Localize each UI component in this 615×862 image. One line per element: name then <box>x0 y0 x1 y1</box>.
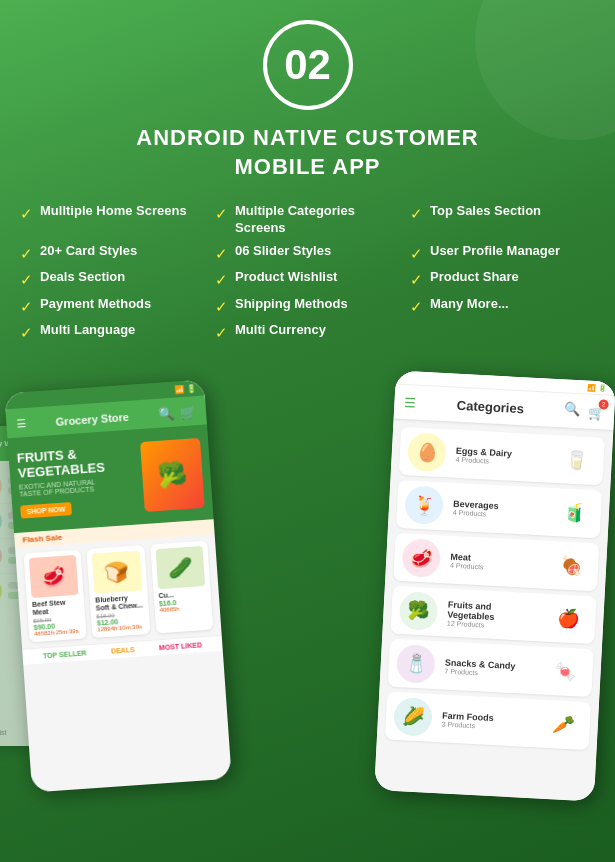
check-icon-5: ✓ <box>410 244 423 264</box>
category-img-5: 🌽 <box>393 697 433 737</box>
category-img-right-3: 🍎 <box>549 599 589 639</box>
category-item-1[interactable]: 🍹 Beverages 4 Products 🧃 <box>396 480 602 539</box>
feature-text-8: Product Share <box>430 269 519 286</box>
category-list: 🥚 Eggs & Dairy 4 Products 🥛 🍹 Beverages … <box>376 418 613 758</box>
category-count-2: 4 Products <box>450 561 484 570</box>
category-item-5[interactable]: 🌽 Farm Foods 3 Products 🥕 <box>385 691 591 750</box>
feature-deals: ✓ Deals Section <box>20 269 205 290</box>
feature-language: ✓ Multi Language <box>20 322 205 343</box>
categories-title: Categories <box>456 397 524 415</box>
check-icon-7: ✓ <box>215 270 228 290</box>
banner-title: FRUITS &VEGETABLES <box>16 443 142 480</box>
phones-section: ☰ My Wishlist + + <box>0 366 615 796</box>
wishlist-bottom-label: Wish List <box>0 729 6 736</box>
shop-now-btn[interactable]: SHOP NOW <box>20 502 72 519</box>
check-icon-0: ✓ <box>20 204 33 224</box>
category-img-2: 🥩 <box>401 538 441 578</box>
feature-text-12: Multi Language <box>40 322 135 339</box>
phone-right: 📶 🔋 ☰ Categories 🔍 🛒 2 🥚 <box>374 370 615 801</box>
products-row: 🥩 Beef Stew Meat $95.00 $90.00 48582h:25… <box>15 534 222 648</box>
product-card-1[interactable]: 🍞 Blueberry Soft & Chew... $18.00 $12.00… <box>87 545 150 638</box>
category-img-0: 🥚 <box>407 432 447 472</box>
cart-icon[interactable]: 🛒 <box>180 404 197 420</box>
feature-shipping: ✓ Shipping Methods <box>215 296 400 317</box>
check-icon-11: ✓ <box>410 297 423 317</box>
check-icon-3: ✓ <box>20 244 33 264</box>
deals-label: DEALS <box>111 646 135 655</box>
feature-text-1: Multiple Categories Screens <box>235 203 400 237</box>
title-line1: ANDROID NATIVE CUSTOMER <box>136 125 478 150</box>
feature-top-sales: ✓ Top Sales Section <box>410 203 595 237</box>
feature-multiple-home: ✓ Mulltiple Home Screens <box>20 203 205 237</box>
check-icon-13: ✓ <box>215 323 228 343</box>
check-icon-1: ✓ <box>215 204 228 224</box>
feature-wishlist: ✓ Product Wishlist <box>215 269 400 290</box>
feature-text-9: Payment Methods <box>40 296 151 313</box>
category-img-right-0: 🥛 <box>557 440 597 480</box>
banner-image: 🥦 <box>140 437 205 511</box>
category-img-4: 🧂 <box>396 644 436 684</box>
feature-text-2: Top Sales Section <box>430 203 541 220</box>
main-title: ANDROID NATIVE CUSTOMER MOBILE APP <box>136 124 478 181</box>
category-item-2[interactable]: 🥩 Meat 4 Products 🍖 <box>393 533 599 592</box>
search-icon[interactable]: 🔍 <box>158 406 175 422</box>
feature-text-3: 20+ Card Styles <box>40 243 137 260</box>
version-number: 02 <box>284 41 331 89</box>
feature-multiple-categories: ✓ Multiple Categories Screens <box>215 203 400 237</box>
search-icon-right[interactable]: 🔍 <box>564 401 581 420</box>
check-icon-6: ✓ <box>20 270 33 290</box>
category-img-1: 🍹 <box>404 485 444 525</box>
version-badge: 02 <box>263 20 353 110</box>
feature-product-share: ✓ Product Share <box>410 269 595 290</box>
feature-many-more: ✓ Many More... <box>410 296 595 317</box>
feature-text-5: User Profile Manager <box>430 243 560 260</box>
category-item-4[interactable]: 🧂 Snacks & Candy 7 Products 🍬 <box>388 639 594 698</box>
feature-currency: ✓ Multi Currency <box>215 322 400 343</box>
store-name: Grocery Store <box>55 410 129 427</box>
category-item-3[interactable]: 🥦 Fruits and Vegetables 12 Products 🍎 <box>390 586 596 645</box>
feature-text-0: Mulltiple Home Screens <box>40 203 187 220</box>
product-card-0[interactable]: 🥩 Beef Stew Meat $95.00 $90.00 48582h:25… <box>24 549 87 642</box>
title-line2: MOBILE APP <box>234 154 380 179</box>
check-icon-4: ✓ <box>215 244 228 264</box>
feature-text-4: 06 Slider Styles <box>235 243 331 260</box>
product-name-1: Blueberry Soft & Chew... <box>95 593 143 613</box>
category-item-0[interactable]: 🥚 Eggs & Dairy 4 Products 🥛 <box>399 427 605 486</box>
product-card-2[interactable]: 🥒 Cu... $16.0 40885h <box>150 541 213 634</box>
feature-text-13: Multi Currency <box>235 322 326 339</box>
category-img-right-1: 🧃 <box>554 493 594 533</box>
check-icon-12: ✓ <box>20 323 33 343</box>
category-img-right-5: 🥕 <box>543 705 583 745</box>
check-icon-2: ✓ <box>410 204 423 224</box>
check-icon-10: ✓ <box>215 297 228 317</box>
top-seller-label: TOP SELLER <box>43 649 87 659</box>
feature-user-profile: ✓ User Profile Manager <box>410 243 595 264</box>
feature-card-styles: ✓ 20+ Card Styles <box>20 243 205 264</box>
phone-left: 📶 🔋 ☰ Grocery Store 🔍 🛒 FRUITS &VEGETABL… <box>4 379 231 792</box>
feature-payment: ✓ Payment Methods <box>20 296 205 317</box>
features-grid: ✓ Mulltiple Home Screens ✓ Multiple Cate… <box>0 203 615 343</box>
feature-text-7: Product Wishlist <box>235 269 337 286</box>
check-icon-8: ✓ <box>410 270 423 290</box>
banner-section: FRUITS &VEGETABLES EXOTIC AND NATURALTAS… <box>7 424 213 533</box>
most-liked-label: MOST LIKED <box>159 641 203 651</box>
feature-text-10: Shipping Methods <box>235 296 348 313</box>
category-img-right-2: 🍖 <box>551 546 591 586</box>
feature-text-11: Many More... <box>430 296 509 313</box>
category-img-right-4: 🍬 <box>546 652 586 692</box>
feature-slider-styles: ✓ 06 Slider Styles <box>215 243 400 264</box>
category-img-3: 🥦 <box>399 591 439 631</box>
check-icon-9: ✓ <box>20 297 33 317</box>
feature-text-6: Deals Section <box>40 269 125 286</box>
